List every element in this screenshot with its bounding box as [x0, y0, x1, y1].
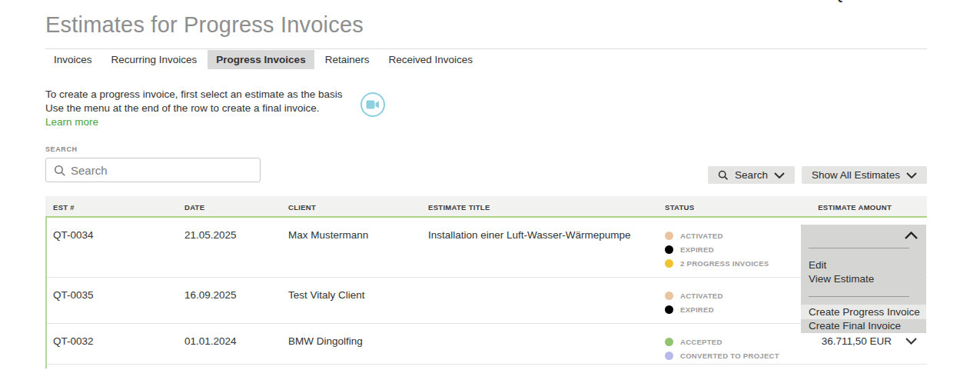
menu-item-edit[interactable]: Edit: [801, 258, 926, 272]
search-button-label: Search: [735, 169, 768, 181]
intro-line-1: To create a progress invoice, first sele…: [45, 88, 342, 102]
status-dot: [665, 259, 673, 268]
estimate-date: 16.09.2025: [184, 289, 237, 301]
search-box: [45, 158, 261, 182]
search-icon: [718, 170, 729, 181]
tab-bar: Invoices Recurring Invoices Progress Inv…: [45, 50, 481, 69]
status-badge: EXPIRED: [665, 242, 769, 256]
status-dot: [665, 245, 673, 254]
tab-progress-invoices[interactable]: Progress Invoices: [208, 50, 314, 69]
estimate-client: BMW Dingolfing: [288, 335, 363, 347]
table-row[interactable]: QT-0032 01.01.2024 BMW Dingolfing ACCEPT…: [47, 324, 927, 365]
estimate-title: Installation einer Luft-Wasser-Wärmepump…: [428, 229, 631, 241]
tab-recurring-invoices[interactable]: Recurring Invoices: [103, 50, 206, 69]
column-header-estimate-title: ESTIMATE TITLE: [428, 203, 490, 212]
status-label: ACTIVATED: [680, 232, 723, 240]
table-row[interactable]: QT-0035 16.09.2025 Test Vitaly Client AC…: [47, 278, 927, 324]
status-list: ACCEPTED CONVERTED TO PROJECT: [665, 335, 779, 362]
estimate-date: 21.05.2025: [184, 229, 237, 241]
menu-item-create-final-invoice[interactable]: Create Final Invoice: [801, 319, 926, 333]
page-title: Estimates for Progress Invoices: [45, 12, 364, 38]
table-body: QT-0034 21.05.2025 Max Mustermann Instal…: [45, 218, 927, 368]
search-input[interactable]: [71, 158, 258, 182]
estimate-number-link[interactable]: QT-0034: [53, 229, 94, 241]
status-dot: [665, 232, 673, 240]
chevron-up-icon[interactable]: [905, 232, 918, 239]
show-all-estimates-button[interactable]: Show All Estimates: [802, 166, 927, 184]
learn-more-link[interactable]: Learn more: [45, 115, 98, 129]
column-header-client: CLIENT: [288, 203, 316, 212]
column-header-est: EST #: [53, 203, 75, 212]
estimate-amount: 36.711,50 EUR: [822, 335, 892, 347]
tab-retainers[interactable]: Retainers: [317, 50, 378, 69]
status-label: CONVERTED TO PROJECT: [680, 352, 779, 360]
status-dot: [665, 305, 673, 314]
status-label: EXPIRED: [680, 305, 714, 314]
status-label: ACTIVATED: [680, 292, 723, 300]
menu-divider: [809, 296, 909, 297]
status-badge: CONVERTED TO PROJECT: [665, 348, 779, 362]
row-actions-menu: Edit View Estimate Create Progress Invoi…: [801, 225, 926, 333]
estimate-client: Test Vitaly Client: [288, 289, 365, 301]
table-header-row: EST # DATE CLIENT ESTIMATE TITLE STATUS …: [45, 196, 927, 218]
chevron-down-icon[interactable]: [905, 338, 917, 345]
chevron-down-icon: [774, 172, 785, 178]
status-badge: ACTIVATED: [665, 228, 769, 242]
menu-divider: [809, 248, 909, 248]
search-section-label: SEARCH: [45, 145, 78, 153]
estimates-table: EST # DATE CLIENT ESTIMATE TITLE STATUS …: [45, 196, 927, 368]
estimate-date: 01.01.2024: [184, 335, 237, 347]
column-header-date: DATE: [184, 203, 204, 212]
intro-line-2: Use the menu at the end of the row to cr…: [45, 102, 342, 115]
status-badge: ACTIVATED: [665, 288, 723, 302]
menu-item-view-estimate[interactable]: View Estimate: [801, 272, 926, 286]
search-filter-button[interactable]: Search: [708, 166, 795, 184]
estimate-client: Max Mustermann: [288, 229, 368, 241]
intro-text: To create a progress invoice, first sele…: [45, 88, 342, 129]
status-dot: [665, 352, 673, 360]
search-icon: [54, 165, 66, 177]
status-badge: 2 PROGRESS INVOICES: [665, 256, 769, 270]
quick-toolbox-link[interactable]: Quick Toolbox: [834, 0, 919, 3]
table-row[interactable]: QT-0034 21.05.2025 Max Mustermann Instal…: [47, 218, 927, 278]
status-badge: EXPIRED: [665, 302, 723, 316]
status-list: ACTIVATED EXPIRED: [665, 288, 723, 316]
status-dot: [665, 338, 673, 346]
status-badge: ACCEPTED: [665, 335, 779, 348]
estimate-number-link[interactable]: QT-0035: [53, 289, 94, 301]
status-list: ACTIVATED EXPIRED 2 PROGRESS INVOICES: [665, 228, 769, 270]
column-header-status: STATUS: [665, 203, 694, 212]
status-label: ACCEPTED: [680, 338, 723, 346]
estimate-number-link[interactable]: QT-0032: [53, 335, 94, 347]
status-label: 2 PROGRESS INVOICES: [680, 259, 769, 268]
show-all-estimates-label: Show All Estimates: [812, 169, 900, 181]
estimates-page: Quick Toolbox Estimates for Progress Inv…: [0, 0, 980, 370]
status-label: EXPIRED: [680, 245, 714, 254]
tab-received-invoices[interactable]: Received Invoices: [380, 50, 481, 69]
chevron-down-icon: [906, 172, 917, 178]
video-tutorial-button[interactable]: [360, 92, 385, 117]
video-camera-icon: [366, 99, 380, 110]
divider: [45, 48, 927, 49]
menu-item-create-progress-invoice[interactable]: Create Progress Invoice: [801, 305, 926, 319]
status-dot: [665, 292, 673, 300]
column-header-estimate-amount: ESTIMATE AMOUNT: [818, 203, 892, 212]
tab-invoices[interactable]: Invoices: [45, 50, 101, 69]
